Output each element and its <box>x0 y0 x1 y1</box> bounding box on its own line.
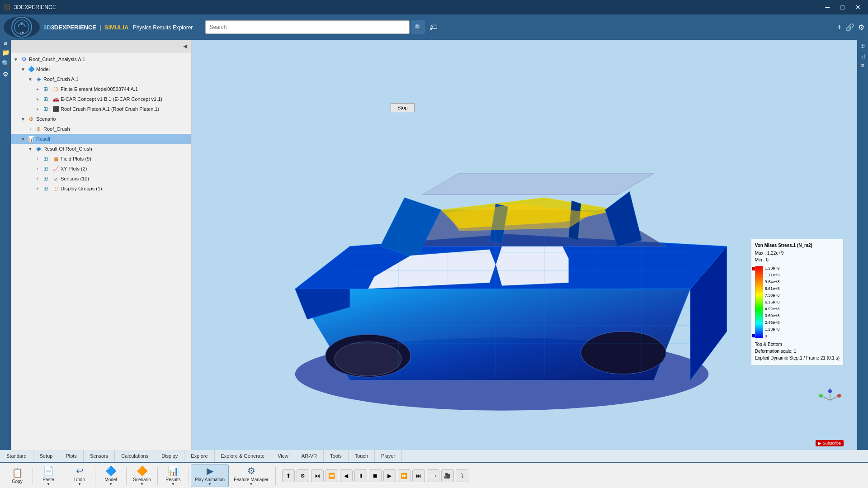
expand-icon[interactable]: + <box>34 96 41 102</box>
tree-item-scenario[interactable]: ▼ ⊕ Scenario <box>11 114 191 124</box>
search-button[interactable]: 🔍 <box>411 20 425 34</box>
expand-icon[interactable]: + <box>34 106 41 112</box>
fm-arrow[interactable]: ▼ <box>250 482 253 486</box>
stop-playback-button[interactable]: ⏹ <box>369 469 382 482</box>
expand-icon[interactable]: ▼ <box>27 146 33 152</box>
tab-tools[interactable]: Tools <box>324 450 349 462</box>
settings-button[interactable]: ⚙ <box>858 23 864 32</box>
tree-item-platen[interactable]: + ⊞ ⬛ Roof Crush Platen A.1 (Roof Crush … <box>11 104 191 114</box>
sidebar-collapse-button[interactable]: ◀ <box>180 42 189 51</box>
right-icon-2[interactable]: ◱ <box>859 52 866 60</box>
paste-button[interactable]: 📄 Paste ▼ <box>35 464 62 487</box>
copy-button[interactable]: 📋 Copy <box>4 464 31 487</box>
expand-icon[interactable]: + <box>27 126 33 132</box>
play-arrow[interactable]: ▼ <box>208 482 212 486</box>
subscribe-badge[interactable]: ▶ Subscribe <box>816 440 844 446</box>
paste-arrow[interactable]: ▼ <box>47 482 50 486</box>
right-icon-3[interactable]: ≡ <box>860 62 865 70</box>
skip-to-end-button[interactable]: ⏭ <box>412 469 425 482</box>
left-icon-1[interactable]: ⊞ <box>3 42 8 45</box>
title-bar-controls[interactable]: ─ □ ✕ <box>822 3 864 12</box>
tree-item-display-groups[interactable]: + ⊞ ⊡ Display Groups (1) <box>11 184 191 194</box>
tab-view[interactable]: View <box>271 450 295 462</box>
legend-val-0: 1.23e+9 <box>765 266 780 270</box>
camera-button[interactable]: 🎥 <box>441 469 454 482</box>
stop-button[interactable]: Stop <box>391 103 415 112</box>
tree-item-xy-plots[interactable]: + ⊞ 📈 XY Plots (2) <box>11 164 191 174</box>
skip-to-start-button[interactable]: ⏮ <box>311 469 324 482</box>
step-forward-button[interactable]: ⏩ <box>398 469 410 482</box>
tree-item-roof-crush-scenario[interactable]: + ⊕ Roof_Crush <box>11 124 191 134</box>
speed-button[interactable]: ⤵ <box>456 469 468 482</box>
prev-frame-button[interactable]: ◀ <box>340 469 353 482</box>
separator-6 <box>189 467 189 485</box>
pause-button[interactable]: ⏸ <box>354 469 367 482</box>
expand-icon[interactable]: ▼ <box>20 66 26 72</box>
model-arrow[interactable]: ▼ <box>109 482 113 486</box>
results-arrow[interactable]: ▼ <box>171 482 175 486</box>
scenario-button[interactable]: 🔶 Scenario ▼ <box>128 464 156 487</box>
legend-colorbar: 1.23e+9 1.11e+9 9.84e+8 8.61e+8 7.38e+8 … <box>755 266 840 338</box>
orientation-widget[interactable]: X Y Z <box>816 387 844 414</box>
share-button[interactable]: 🔗 <box>845 23 854 32</box>
brand-label: 3D <box>43 24 51 31</box>
tab-touch[interactable]: Touch <box>349 450 375 462</box>
tab-explore[interactable]: Explore <box>184 450 214 462</box>
next-frame-button[interactable]: ▶ <box>383 469 396 482</box>
model-button[interactable]: 🔷 Model ▼ <box>97 464 124 487</box>
tab-explore-generate[interactable]: Explore & Generate <box>215 450 272 462</box>
left-icon-3[interactable]: 🔍 <box>2 60 9 67</box>
tree-item-field-plots[interactable]: + ⊞ ▦ Field Plots (9) <box>11 154 191 164</box>
tab-ar-vr[interactable]: AR-VR <box>295 450 324 462</box>
tab-display[interactable]: Display <box>155 450 184 462</box>
close-button[interactable]: ✕ <box>852 3 864 12</box>
loop-button[interactable]: ⟶ <box>427 469 439 482</box>
play-animation-button[interactable]: ▶ Play Animation ▼ <box>191 464 229 487</box>
results-button[interactable]: 📊 Results ▼ <box>160 464 187 487</box>
root-label: Roof_Crush_Analysis A.1 <box>29 57 85 62</box>
expand-icon[interactable]: ▼ <box>20 136 26 142</box>
viewport[interactable]: Stop <box>192 40 857 450</box>
logo[interactable]: V.R <box>4 16 40 38</box>
tag-icon[interactable]: 🏷 <box>427 20 440 34</box>
result-label: Result <box>36 136 50 142</box>
tree-item-result-of[interactable]: ▼ ◉ Result Of Roof_Crush <box>11 144 191 154</box>
right-icon-1[interactable]: ⊞ <box>859 42 866 50</box>
expand-icon[interactable]: ▼ <box>13 56 19 62</box>
expand-icon[interactable]: + <box>34 166 41 172</box>
scenario-arrow[interactable]: ▼ <box>140 482 144 486</box>
expand-icon[interactable]: + <box>34 185 41 192</box>
legend-val-1: 1.11e+9 <box>765 273 780 277</box>
expand-icon[interactable]: + <box>34 86 41 92</box>
legend-footer-3: Explicit Dynamic Step.1 / Frame 21 (0.1 … <box>755 355 840 361</box>
expand-icon[interactable]: + <box>34 175 41 182</box>
tree-item-root[interactable]: ▼ ⚙ Roof_Crush_Analysis A.1 <box>11 54 191 64</box>
minimize-button[interactable]: ─ <box>822 3 834 12</box>
tab-player[interactable]: Player <box>375 450 402 462</box>
tab-standard[interactable]: Standard <box>0 450 33 462</box>
tree-item-ecar[interactable]: + ⊞ 🚗 E-CAR Concept v1 B.1 (E-CAR Concep… <box>11 94 191 104</box>
settings-playback-btn[interactable]: ⚙ <box>297 469 309 482</box>
expand-icon[interactable]: ▼ <box>27 76 33 82</box>
tree-item-model[interactable]: ▼ 🔷 Model <box>11 64 191 74</box>
tree-item-fem[interactable]: + ⊞ ⬡ Finite Element Model00503744 A.1 <box>11 84 191 94</box>
tab-setup[interactable]: Setup <box>33 450 60 462</box>
left-icon-2[interactable]: 📁 <box>2 49 9 56</box>
undo-button[interactable]: ↩ Undo ▼ <box>66 464 93 487</box>
tab-calculations[interactable]: Calculations <box>115 450 155 462</box>
expand-icon[interactable]: + <box>34 156 41 162</box>
add-button[interactable]: + <box>837 23 842 32</box>
tree-item-roof-crush[interactable]: ▼ ◈ Roof_Crush A.1 <box>11 74 191 84</box>
maximize-button[interactable]: □ <box>837 3 848 12</box>
left-icon-4[interactable]: ⚙ <box>3 71 9 78</box>
tab-plots[interactable]: Plots <box>59 450 83 462</box>
tree-item-sensors[interactable]: + ⊞ ⌀ Sensors (10) <box>11 174 191 184</box>
feature-manager-button[interactable]: ⚙ Feature Manager ▼ <box>230 464 273 487</box>
tab-sensors[interactable]: Sensors <box>84 450 115 462</box>
tree-item-result[interactable]: ▼ 📊 Result <box>11 134 191 144</box>
undo-arrow[interactable]: ▼ <box>78 482 81 486</box>
expand-icon[interactable]: ▼ <box>20 116 26 122</box>
step-back-button[interactable]: ⏪ <box>326 469 338 482</box>
search-input[interactable] <box>205 20 410 34</box>
export-button[interactable]: ⬆ <box>282 469 295 482</box>
